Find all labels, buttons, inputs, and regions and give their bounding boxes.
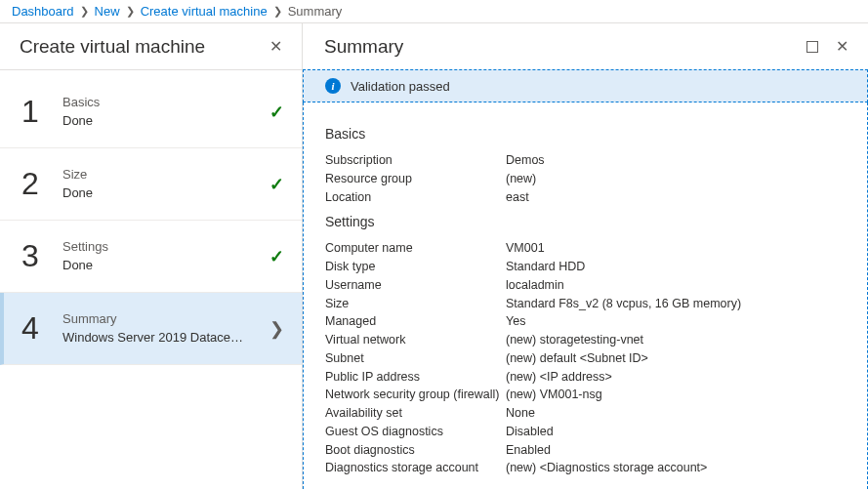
kv-val: Standard HDD <box>506 258 585 276</box>
kv-row: Guest OS diagnosticsDisabled <box>325 423 846 441</box>
kv-row: Subnet(new) default <Subnet ID> <box>325 349 846 368</box>
kv-row: Diagnostics storage account(new) <Diagno… <box>325 459 846 477</box>
step-number: 3 <box>21 238 62 274</box>
kv-row: Locationeast <box>325 188 846 207</box>
section-title-settings: Settings <box>325 214 846 229</box>
step-settings[interactable]: 3 Settings Done ✓ <box>0 221 302 293</box>
kv-row: Computer nameVM001 <box>325 239 846 258</box>
kv-row: Virtual network(new) storagetesting-vnet <box>325 331 846 349</box>
kv-row: Boot diagnosticsEnabled <box>325 441 846 460</box>
checkmark-icon: ✓ <box>269 246 284 267</box>
kv-row: Resource group(new) <box>325 170 846 188</box>
kv-val: (new) default <Subnet ID> <box>506 349 648 368</box>
breadcrumb-link-create-vm[interactable]: Create virtual machine <box>141 4 268 19</box>
kv-val: (new) <box>506 170 536 188</box>
kv-key: Virtual network <box>325 331 506 349</box>
step-size[interactable]: 2 Size Done ✓ <box>0 148 302 221</box>
kv-row: SizeStandard F8s_v2 (8 vcpus, 16 GB memo… <box>325 295 846 313</box>
step-summary[interactable]: 4 Summary Windows Server 2019 Datacent..… <box>0 293 302 365</box>
kv-val: (new) <IP address> <box>506 368 612 387</box>
step-status: Done <box>62 257 243 274</box>
close-icon[interactable]: ✕ <box>266 33 286 60</box>
kv-row: Public IP address(new) <IP address> <box>325 368 846 387</box>
wizard-steps: 1 Basics Done ✓ 2 Size Done ✓ 3 Settings <box>0 70 302 365</box>
kv-key: Disk type <box>325 258 506 276</box>
step-number: 2 <box>21 166 62 202</box>
chevron-right-icon: ❯ <box>269 318 284 340</box>
summary-pane: Summary ✕ i Validation passed Basics Sub… <box>303 23 868 489</box>
kv-row: Availability setNone <box>325 404 846 423</box>
kv-row: ManagedYes <box>325 312 846 331</box>
kv-key: Availability set <box>325 404 506 423</box>
kv-key: Username <box>325 276 506 295</box>
kv-val: (new) VM001-nsg <box>506 386 602 404</box>
section-title-basics: Basics <box>325 126 846 142</box>
step-label: Basics <box>62 94 269 111</box>
validation-text: Validation passed <box>351 79 450 94</box>
summary-title: Summary <box>324 36 403 58</box>
kv-key: Diagnostics storage account <box>325 459 506 477</box>
summary-header: Summary ✕ <box>303 23 868 69</box>
checkmark-icon: ✓ <box>269 102 284 123</box>
breadcrumb-link-new[interactable]: New <box>95 4 120 19</box>
kv-val: None <box>506 404 535 423</box>
info-icon: i <box>325 78 341 94</box>
kv-key: Subnet <box>325 349 506 368</box>
close-icon[interactable]: ✕ <box>832 33 852 60</box>
kv-key: Guest OS diagnostics <box>325 423 506 441</box>
kv-val: (new) storagetesting-vnet <box>506 331 643 349</box>
kv-val: east <box>506 188 529 207</box>
step-label: Summary <box>62 310 269 328</box>
kv-key: Computer name <box>325 239 506 258</box>
kv-key: Size <box>325 295 506 313</box>
kv-key: Boot diagnostics <box>325 441 506 460</box>
kv-val: Standard F8s_v2 (8 vcpus, 16 GB memory) <box>506 295 741 313</box>
step-label: Size <box>62 166 269 184</box>
kv-key: Managed <box>325 312 506 331</box>
step-basics[interactable]: 1 Basics Done ✓ <box>0 76 302 148</box>
breadcrumb-current: Summary <box>288 4 343 19</box>
kv-val: localadmin <box>506 276 564 295</box>
kv-val: VM001 <box>506 239 545 258</box>
kv-key: Resource group <box>325 170 506 188</box>
step-subtitle: Windows Server 2019 Datacent... <box>62 329 243 347</box>
breadcrumb-link-dashboard[interactable]: Dashboard <box>12 4 74 19</box>
validation-banner: i Validation passed <box>303 69 868 102</box>
kv-row: Usernamelocaladmin <box>325 276 846 295</box>
chevron-right-icon: ❯ <box>126 5 135 18</box>
kv-val: Demos <box>506 151 545 170</box>
step-status: Done <box>62 112 243 130</box>
step-status: Done <box>62 184 243 202</box>
summary-body: Basics SubscriptionDemos Resource group(… <box>303 102 868 489</box>
kv-val: (new) <Diagnostics storage account> <box>506 459 707 477</box>
kv-val: Enabled <box>506 441 551 460</box>
wizard-pane: Create virtual machine ✕ 1 Basics Done ✓… <box>0 23 303 489</box>
kv-row: Disk typeStandard HDD <box>325 258 846 276</box>
kv-row: SubscriptionDemos <box>325 151 846 170</box>
kv-key: Location <box>325 188 506 207</box>
step-number: 4 <box>21 310 62 347</box>
step-label: Settings <box>62 238 269 256</box>
checkmark-icon: ✓ <box>269 174 284 195</box>
breadcrumb: Dashboard ❯ New ❯ Create virtual machine… <box>0 0 868 22</box>
chevron-right-icon: ❯ <box>273 5 282 18</box>
kv-row: Network security group (firewall)(new) V… <box>325 386 846 404</box>
step-number: 1 <box>21 94 62 130</box>
kv-key: Network security group (firewall) <box>325 386 506 404</box>
kv-val: Disabled <box>506 423 554 441</box>
kv-key: Subscription <box>325 151 506 170</box>
wizard-title: Create virtual machine <box>20 36 205 58</box>
kv-val: Yes <box>506 312 525 331</box>
chevron-right-icon: ❯ <box>80 5 89 18</box>
maximize-icon[interactable] <box>806 41 818 53</box>
kv-key: Public IP address <box>325 368 506 387</box>
wizard-header: Create virtual machine ✕ <box>0 23 302 70</box>
